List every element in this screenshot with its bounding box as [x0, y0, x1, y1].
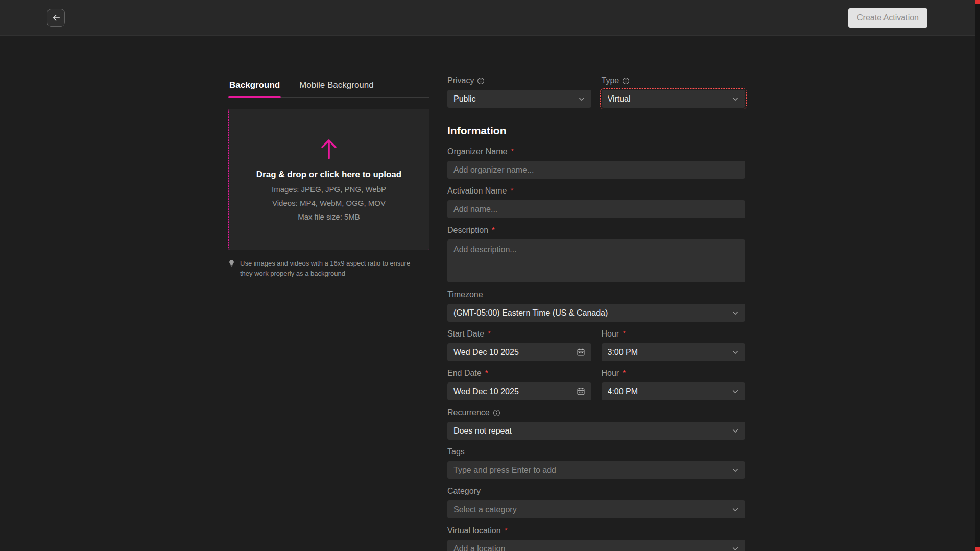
upload-dropzone[interactable]: Drag & drop or click here to upload Imag…: [228, 109, 429, 250]
type-info-icon[interactable]: [622, 77, 630, 85]
chevron-down-icon: [732, 506, 739, 513]
tip-text: Use images and videos with a 16x9 aspect…: [240, 258, 412, 278]
start-hour-select[interactable]: 3:00 PM: [602, 343, 746, 361]
chevron-down-icon: [732, 349, 739, 356]
arrow-left-icon: [52, 13, 61, 22]
virtual-location-label: Virtual location: [447, 526, 501, 535]
type-select[interactable]: Virtual: [602, 90, 746, 108]
calendar-icon: [577, 348, 585, 356]
chevron-down-icon: [732, 467, 739, 474]
category-group: Category Select a category: [447, 486, 745, 518]
start-date-label: Start Date: [447, 329, 484, 339]
upload-videos-formats: Videos: MP4, WebM, OGG, MOV: [272, 199, 386, 207]
required-asterisk: *: [492, 225, 495, 234]
end-hour-label: Hour: [602, 369, 619, 378]
privacy-group: Privacy Public: [447, 76, 591, 108]
tab-background[interactable]: Background: [228, 77, 281, 97]
timezone-select[interactable]: (GMT-05:00) Eastern Time (US & Canada): [447, 304, 745, 322]
end-date-group: End Date * Wed Dec 10 2025: [447, 368, 591, 400]
calendar-icon: [577, 387, 585, 396]
type-value: Virtual: [608, 94, 631, 104]
topbar: Create Activation: [0, 0, 980, 36]
activation-name-label: Activation Name: [447, 186, 507, 196]
required-asterisk: *: [505, 525, 508, 534]
recurrence-select[interactable]: Does not repeat: [447, 422, 745, 440]
type-group: Type Virtual: [602, 76, 746, 108]
required-asterisk: *: [623, 368, 626, 377]
chevron-down-icon: [732, 388, 739, 395]
end-hour-value: 4:00 PM: [608, 387, 638, 396]
privacy-value: Public: [453, 94, 476, 104]
tags-group: Tags Type and press Enter to add: [447, 447, 745, 479]
chevron-down-icon: [578, 95, 585, 103]
activation-name-input[interactable]: [447, 200, 745, 218]
required-asterisk: *: [488, 329, 491, 338]
activation-name-group: Activation Name *: [447, 186, 745, 218]
recurrence-value: Does not repeat: [453, 426, 512, 436]
upload-images-formats: Images: JPEG, JPG, PNG, WebP: [272, 185, 386, 194]
timezone-value: (GMT-05:00) Eastern Time (US & Canada): [453, 308, 608, 318]
chevron-down-icon: [732, 545, 739, 551]
upload-arrow-icon: [319, 138, 339, 159]
start-date-group: Start Date * Wed Dec 10 2025: [447, 329, 591, 361]
category-placeholder: Select a category: [453, 505, 517, 514]
media-panel: Background Mobile Background Drag & drop…: [228, 77, 429, 278]
chevron-down-icon: [732, 95, 739, 103]
end-date-label: End Date: [447, 369, 482, 378]
information-heading: Information: [447, 124, 745, 137]
chevron-down-icon: [732, 309, 739, 317]
scrollbar[interactable]: [975, 0, 980, 551]
back-button[interactable]: [47, 9, 65, 27]
end-hour-group: Hour * 4:00 PM: [602, 368, 746, 400]
required-asterisk: *: [511, 147, 514, 155]
description-label: Description: [447, 226, 488, 235]
end-date-field[interactable]: Wed Dec 10 2025: [447, 382, 591, 400]
start-date-value: Wed Dec 10 2025: [453, 348, 519, 357]
description-textarea[interactable]: [447, 239, 745, 282]
start-hour-label: Hour: [602, 329, 619, 339]
activation-form: Privacy Public Type: [447, 76, 745, 551]
organizer-name-input[interactable]: [447, 161, 745, 179]
create-activation-screen: Create Activation Background Mobile Back…: [0, 0, 980, 551]
required-asterisk: *: [511, 186, 514, 195]
required-asterisk: *: [623, 329, 626, 338]
type-label: Type: [602, 76, 619, 85]
tags-select[interactable]: Type and press Enter to add: [447, 461, 745, 479]
category-select[interactable]: Select a category: [447, 500, 745, 518]
description-group: Description *: [447, 225, 745, 282]
recurrence-info-icon[interactable]: [493, 409, 500, 417]
virtual-location-select[interactable]: Add a location: [447, 540, 745, 551]
start-hour-value: 3:00 PM: [608, 348, 638, 357]
lightbulb-icon: [228, 259, 235, 268]
privacy-label: Privacy: [447, 76, 474, 85]
upload-title: Drag & drop or click here to upload: [256, 170, 401, 180]
aspect-ratio-tip: Use images and videos with a 16x9 aspect…: [228, 258, 412, 278]
end-date-value: Wed Dec 10 2025: [453, 387, 519, 396]
scroll-mark-top: [975, 0, 980, 4]
recurrence-group: Recurrence Does not repeat: [447, 408, 745, 440]
tags-placeholder: Type and press Enter to add: [453, 466, 556, 475]
privacy-info-icon[interactable]: [477, 77, 485, 85]
organizer-name-label: Organizer Name: [447, 147, 507, 156]
upload-max-size: Max file size: 5MB: [298, 212, 360, 221]
tags-label: Tags: [447, 447, 465, 457]
timezone-label: Timezone: [447, 290, 483, 299]
category-label: Category: [447, 487, 481, 496]
create-activation-button[interactable]: Create Activation: [848, 8, 927, 28]
background-tabs: Background Mobile Background: [228, 77, 429, 98]
chevron-down-icon: [732, 427, 739, 435]
recurrence-label: Recurrence: [447, 408, 490, 417]
start-hour-group: Hour * 3:00 PM: [602, 329, 746, 361]
organizer-name-group: Organizer Name *: [447, 147, 745, 179]
virtual-location-group: Virtual location * Add a location: [447, 525, 745, 551]
start-date-field[interactable]: Wed Dec 10 2025: [447, 343, 591, 361]
virtual-location-placeholder: Add a location: [453, 544, 505, 551]
tab-mobile-background[interactable]: Mobile Background: [298, 77, 375, 97]
scroll-mark-bottom: [975, 547, 980, 551]
timezone-group: Timezone (GMT-05:00) Eastern Time (US & …: [447, 290, 745, 322]
privacy-select[interactable]: Public: [447, 90, 591, 108]
required-asterisk: *: [485, 368, 488, 377]
end-hour-select[interactable]: 4:00 PM: [602, 382, 746, 400]
